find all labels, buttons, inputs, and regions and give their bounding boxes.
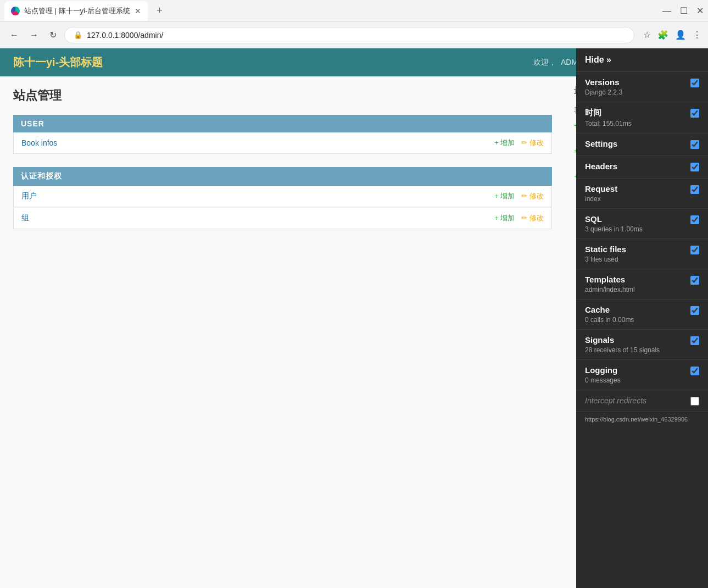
debug-logging-item: Logging 0 messages	[576, 360, 708, 390]
debug-logging-subtitle: 0 messages	[585, 376, 686, 384]
app-section-auth: 认证和授权 用户 + 增加 ✏ 修改 组 + 增加 ✏ 修改	[13, 167, 552, 229]
debug-time-title[interactable]: 时间	[585, 108, 686, 118]
model-row-bookinfos: Book infos + 增加 ✏ 修改	[13, 132, 552, 154]
debug-versions-title[interactable]: Versions	[585, 77, 686, 87]
add-users-link[interactable]: + 增加	[494, 191, 515, 201]
debug-static-title[interactable]: Static files	[585, 245, 686, 254]
debug-static-subtitle: 3 files used	[585, 256, 686, 263]
close-button[interactable]: ✕	[696, 5, 704, 16]
debug-request-title[interactable]: Request	[585, 184, 686, 193]
debug-templates-checkbox[interactable]	[690, 276, 699, 285]
debug-request-checkbox[interactable]	[690, 185, 699, 194]
debug-headers-checkbox[interactable]	[690, 163, 699, 171]
admin-wrapper: 陈十一yi-头部标题 欢迎， ADMIN | 查看站点 | 修改密码 | 注销 …	[0, 48, 708, 588]
browser-tab[interactable]: 站点管理 | 陈十一yi-后台管理系统 ✕	[4, 1, 148, 21]
debug-logging-checkbox[interactable]	[690, 367, 699, 375]
extensions-icon[interactable]: 🧩	[657, 30, 668, 40]
debug-footer: https://blog.csdn.net/weixin_46329906	[576, 412, 708, 427]
debug-versions-content: Versions Django 2.2.3	[585, 77, 686, 96]
model-actions-groups: + 增加 ✏ 修改	[494, 213, 544, 223]
debug-request-subtitle: index	[585, 195, 686, 203]
debug-time-checkbox[interactable]	[690, 109, 699, 118]
tab-favicon	[11, 7, 20, 15]
add-groups-link[interactable]: + 增加	[494, 213, 515, 223]
debug-hide-button[interactable]: Hide »	[576, 48, 708, 72]
app-section-user-header: USER	[13, 115, 552, 132]
debug-headers-item: Headers	[576, 156, 708, 179]
model-row-users: 用户 + 增加 ✏ 修改	[13, 186, 552, 207]
forward-button[interactable]: →	[26, 27, 42, 43]
debug-templates-subtitle: admin/index.html	[585, 286, 686, 293]
debug-intercept-checkbox[interactable]	[690, 397, 699, 406]
model-row-groups: 组 + 增加 ✏ 修改	[13, 207, 552, 229]
change-groups-link[interactable]: ✏ 修改	[521, 213, 544, 223]
refresh-button[interactable]: ↻	[46, 26, 60, 43]
tab-title: 站点管理 | 陈十一yi-后台管理系统	[24, 6, 130, 16]
debug-sql-title[interactable]: SQL	[585, 214, 686, 224]
browser-titlebar: 站点管理 | 陈十一yi-后台管理系统 ✕ + — ☐ ✕	[0, 0, 708, 22]
debug-templates-item: Templates admin/index.html	[576, 269, 708, 299]
url-text: 127.0.0.1:8000/admin/	[87, 31, 625, 40]
model-link-groups[interactable]: 组	[21, 213, 29, 223]
debug-versions-checkbox[interactable]	[690, 79, 699, 87]
menu-icon[interactable]: ⋮	[693, 30, 701, 40]
debug-templates-title[interactable]: Templates	[585, 275, 686, 284]
debug-headers-title[interactable]: Headers	[585, 162, 686, 171]
window-controls: — ☐ ✕	[662, 5, 704, 16]
debug-cache-title[interactable]: Cache	[585, 305, 686, 314]
tab-close-button[interactable]: ✕	[135, 7, 141, 15]
debug-signals-title[interactable]: Signals	[585, 335, 686, 345]
app-section-user: USER Book infos + 增加 ✏ 修改	[13, 115, 552, 154]
app-section-auth-header: 认证和授权	[13, 167, 552, 186]
debug-logging-title[interactable]: Logging	[585, 365, 686, 375]
debug-sql-checkbox[interactable]	[690, 215, 699, 224]
debug-versions-item: Versions Django 2.2.3	[576, 72, 708, 102]
debug-intercept-item: Intercept redirects	[576, 390, 708, 412]
toolbar-actions: ☆ 🧩 👤 ⋮	[643, 30, 701, 40]
back-button[interactable]: ←	[7, 27, 22, 43]
security-icon: 🔒	[74, 31, 82, 39]
debug-intercept-label: Intercept redirects	[585, 396, 646, 405]
model-link-users[interactable]: 用户	[21, 191, 37, 201]
model-actions-users: + 增加 ✏ 修改	[494, 191, 544, 201]
debug-signals-subtitle: 28 receivers of 15 signals	[585, 346, 686, 354]
debug-toolbar: Hide » Versions Django 2.2.3 时间 Total: 1…	[576, 48, 708, 588]
maximize-button[interactable]: ☐	[680, 5, 688, 16]
debug-settings-item: Settings	[576, 134, 708, 156]
model-link-bookinfos[interactable]: Book infos	[21, 138, 57, 147]
debug-time-subtitle: Total: 155.01ms	[585, 120, 686, 127]
debug-cache-subtitle: 0 calls in 0.00ms	[585, 316, 686, 324]
admin-main: 站点管理 USER Book infos + 增加 ✏ 修改 认证和授权 用户	[0, 76, 565, 588]
welcome-text: 欢迎，	[533, 58, 556, 68]
change-bookinfos-link[interactable]: ✏ 修改	[521, 138, 544, 148]
new-tab-button[interactable]: +	[152, 3, 167, 19]
debug-cache-checkbox[interactable]	[690, 306, 699, 315]
page-title: 站点管理	[13, 87, 552, 104]
debug-versions-subtitle: Django 2.2.3	[585, 88, 686, 96]
debug-time-item: 时间 Total: 155.01ms	[576, 102, 708, 134]
debug-request-item: Request index	[576, 179, 708, 209]
model-actions-bookinfos: + 增加 ✏ 修改	[494, 138, 544, 148]
debug-sql-item: SQL 3 queries in 1.00ms	[576, 209, 708, 239]
debug-sql-subtitle: 3 queries in 1.00ms	[585, 225, 686, 233]
add-bookinfos-link[interactable]: + 增加	[494, 138, 515, 148]
debug-signals-checkbox[interactable]	[690, 336, 699, 345]
bookmark-icon[interactable]: ☆	[643, 30, 651, 40]
admin-site-title: 陈十一yi-头部标题	[13, 55, 103, 70]
debug-settings-title[interactable]: Settings	[585, 139, 686, 148]
url-bar[interactable]: 🔒 127.0.0.1:8000/admin/	[64, 27, 634, 43]
change-users-link[interactable]: ✏ 修改	[521, 191, 544, 201]
address-bar: ← → ↻ 🔒 127.0.0.1:8000/admin/ ☆ 🧩 👤 ⋮	[0, 22, 708, 48]
debug-static-checkbox[interactable]	[690, 246, 699, 254]
minimize-button[interactable]: —	[662, 6, 671, 16]
debug-cache-item: Cache 0 calls in 0.00ms	[576, 299, 708, 330]
debug-static-item: Static files 3 files used	[576, 239, 708, 269]
profile-icon[interactable]: 👤	[675, 30, 686, 40]
debug-signals-item: Signals 28 receivers of 15 signals	[576, 330, 708, 360]
debug-settings-checkbox[interactable]	[690, 140, 699, 149]
